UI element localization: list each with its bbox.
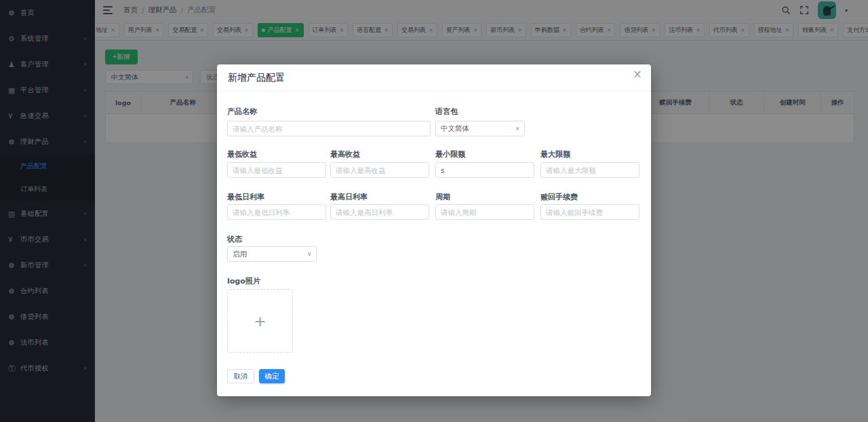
max-daily-rate-input[interactable] bbox=[330, 204, 429, 220]
max-limit-label: 最大限额 bbox=[540, 149, 570, 159]
logo-upload-box[interactable]: + bbox=[227, 289, 293, 353]
cycle-input[interactable] bbox=[435, 204, 534, 220]
status-select[interactable]: 启用 ∨ bbox=[227, 246, 317, 262]
product-name-label: 产品名称 bbox=[227, 107, 257, 117]
max-profit-label: 最高收益 bbox=[330, 149, 360, 159]
max-profit-input[interactable] bbox=[330, 162, 429, 178]
language-pack-label: 语言包 bbox=[435, 107, 458, 117]
min-daily-rate-label: 最低日利率 bbox=[227, 192, 264, 202]
close-icon[interactable]: × bbox=[633, 69, 642, 80]
min-profit-input[interactable] bbox=[227, 162, 326, 178]
max-daily-rate-label: 最高日利率 bbox=[330, 192, 368, 202]
modal-title: 新增产品配置 bbox=[228, 72, 285, 84]
redeem-fee-input[interactable] bbox=[540, 204, 639, 220]
plus-icon: + bbox=[254, 313, 266, 330]
modal-header-divider bbox=[217, 91, 651, 92]
min-profit-label: 最低收益 bbox=[227, 149, 257, 159]
min-limit-label: 最小限额 bbox=[435, 149, 465, 159]
product-name-input[interactable] bbox=[227, 121, 431, 136]
redeem-fee-label: 赎回手续费 bbox=[540, 192, 578, 202]
min-daily-rate-input[interactable] bbox=[227, 204, 326, 220]
chevron-down-icon: ∨ bbox=[307, 251, 311, 257]
add-product-modal: 新增产品配置 × 产品名称 语言包 中文简体 ∨ 最低收益 最高收益 最小限额 … bbox=[217, 64, 651, 396]
cancel-button[interactable]: 取消 bbox=[227, 369, 254, 383]
language-pack-select[interactable]: 中文简体 ∨ bbox=[435, 121, 525, 136]
min-limit-input[interactable] bbox=[435, 162, 534, 178]
logo-photo-label: logo照片 bbox=[227, 276, 260, 286]
confirm-button[interactable]: 确定 bbox=[259, 369, 285, 383]
cycle-label: 周期 bbox=[435, 192, 450, 202]
status-label: 状态 bbox=[227, 234, 242, 244]
chevron-down-icon: ∨ bbox=[515, 126, 519, 132]
max-limit-input[interactable] bbox=[540, 162, 639, 178]
